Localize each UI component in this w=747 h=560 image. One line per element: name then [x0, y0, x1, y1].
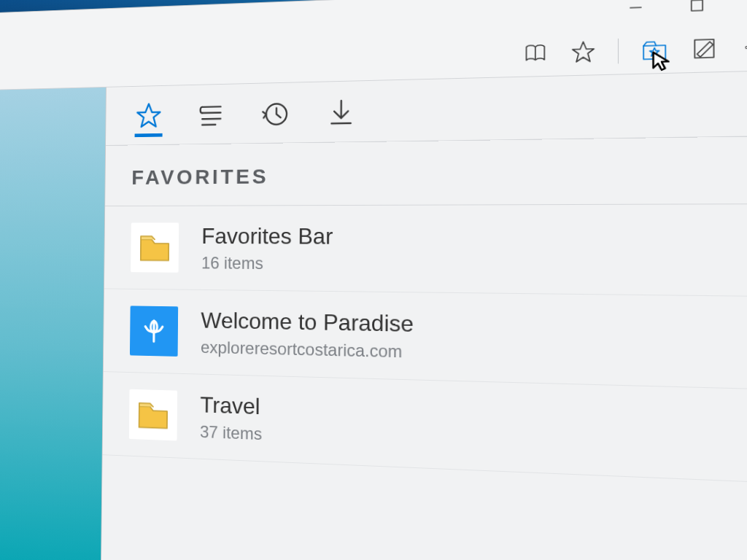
- maximize-button[interactable]: [680, 0, 715, 17]
- site-icon: [130, 306, 178, 357]
- reading-view-button[interactable]: [522, 39, 549, 66]
- tab-favorites[interactable]: [132, 95, 166, 136]
- star-icon: [135, 101, 163, 130]
- tab-reading-list[interactable]: [194, 93, 228, 136]
- browser-window: FAVORITES Favorites Bar 16 items: [0, 0, 747, 560]
- hub-heading: FAVORITES: [105, 136, 747, 206]
- item-title: Favorites Bar: [201, 223, 333, 249]
- hub-button[interactable]: [640, 36, 669, 63]
- folder-icon: [131, 222, 179, 272]
- minimize-icon: [628, 0, 643, 15]
- star-icon: [570, 39, 597, 64]
- svg-marker-10: [137, 104, 160, 127]
- toolbar-separator: [618, 38, 619, 63]
- close-button[interactable]: [742, 0, 747, 15]
- item-title: Travel: [200, 392, 262, 419]
- item-subtitle: 16 items: [201, 253, 333, 273]
- list-item[interactable]: Travel 37 items: [103, 372, 747, 483]
- svg-marker-4: [573, 41, 594, 61]
- maximize-icon: [689, 0, 705, 13]
- item-subtitle: exploreresortcostarica.com: [201, 337, 414, 362]
- item-subtitle: 37 items: [200, 421, 262, 443]
- hub-panel: FAVORITES Favorites Bar 16 items: [101, 71, 747, 560]
- tab-history[interactable]: [258, 92, 293, 135]
- minimize-button[interactable]: [619, 0, 653, 18]
- download-icon: [326, 96, 356, 127]
- more-button[interactable]: [740, 34, 747, 60]
- svg-marker-5: [650, 47, 659, 56]
- history-icon: [261, 98, 290, 128]
- tab-downloads[interactable]: [323, 90, 359, 133]
- favorites-list: Favorites Bar 16 items Welcome to: [101, 204, 747, 560]
- item-title: Welcome to Paradise: [201, 307, 414, 337]
- list-item[interactable]: Favorites Bar 16 items: [104, 204, 747, 297]
- book-icon: [522, 39, 549, 66]
- page-content-preview: [0, 88, 107, 560]
- reading-list-icon: [197, 99, 225, 129]
- svg-line-0: [630, 7, 641, 8]
- note-icon: [691, 35, 718, 61]
- more-icon: [740, 34, 747, 60]
- hub-icon: [640, 36, 669, 63]
- add-favorite-button[interactable]: [570, 39, 597, 64]
- svg-rect-1: [692, 0, 703, 11]
- folder-icon: [129, 389, 177, 441]
- web-note-button[interactable]: [691, 35, 718, 61]
